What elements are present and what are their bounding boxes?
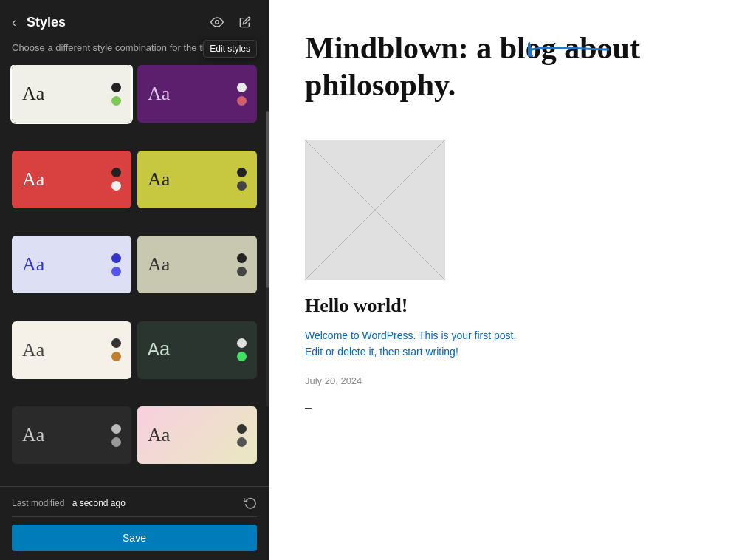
history-icon	[244, 496, 257, 509]
dot-dark	[237, 253, 247, 263]
dot-dark	[237, 83, 247, 92]
style-card-4-label: Aa	[148, 168, 230, 191]
post-title: Hello world!	[305, 295, 721, 317]
last-modified-label: Last modified	[12, 498, 64, 508]
sidebar-title: Styles	[27, 15, 199, 30]
style-card-5-dots	[111, 253, 121, 276]
style-card-2-dots	[237, 83, 247, 106]
save-button[interactable]: Save	[12, 525, 257, 551]
style-card-3-label: Aa	[22, 168, 104, 191]
style-card-3[interactable]: Aa	[12, 151, 131, 208]
header-icons	[205, 10, 257, 34]
style-card-2[interactable]: Aa	[137, 65, 257, 123]
style-card-8-dots	[237, 338, 247, 361]
post-dash: –	[305, 401, 721, 414]
edit-styles-button[interactable]	[233, 10, 257, 34]
last-modified-info: Last modified a second ago	[12, 496, 126, 509]
style-card-7-label: Aa	[22, 339, 104, 361]
back-button[interactable]: ‹	[7, 12, 21, 33]
dot-dark	[111, 424, 121, 434]
style-card-4-dots	[237, 168, 247, 191]
blog-title: Mindblown: a blog about philosophy.	[305, 30, 721, 104]
dot-dark	[111, 168, 121, 177]
dot-accent	[111, 96, 121, 106]
dot-accent	[237, 181, 247, 191]
sidebar-header: ‹ Styles Edit styles	[0, 0, 269, 41]
dot-accent	[237, 96, 247, 106]
style-card-10-dots	[237, 424, 247, 447]
style-card-2-label: Aa	[148, 83, 230, 105]
style-card-9-label: Aa	[22, 424, 104, 446]
dot-accent	[111, 437, 121, 447]
styles-sidebar: ‹ Styles Edit styles Choose a different …	[0, 0, 269, 560]
footer-divider	[12, 516, 257, 517]
sidebar-footer: Last modified a second ago Save	[0, 486, 269, 560]
content-area: Mindblown: a blog about philosophy. Hell…	[269, 0, 756, 560]
style-card-10-label: Aa	[148, 424, 230, 446]
dot-accent	[111, 181, 121, 191]
dot-dark	[237, 168, 247, 177]
svg-point-0	[216, 21, 219, 24]
dot-accent	[111, 267, 121, 276]
scroll-indicator	[266, 111, 269, 406]
style-card-7-dots	[111, 338, 121, 361]
post-date: July 20, 2024	[305, 375, 721, 386]
preview-icon-button[interactable]	[205, 10, 229, 34]
dot-dark	[237, 424, 247, 434]
style-card-10[interactable]: Aa	[137, 406, 257, 464]
scroll-thumb	[266, 111, 269, 288]
style-card-8-label: Aa	[148, 339, 230, 361]
last-modified-row: Last modified a second ago	[12, 496, 257, 509]
style-card-3-dots	[111, 168, 121, 191]
dot-dark	[237, 338, 247, 348]
style-card-1-label: Aa	[22, 83, 104, 105]
edit-styles-tooltip: Edit styles	[203, 40, 257, 58]
dot-dark	[111, 338, 121, 348]
style-card-6-dots	[237, 253, 247, 276]
post-excerpt: Welcome to WordPress. This is your first…	[305, 327, 526, 361]
style-card-1[interactable]: Aa	[12, 65, 131, 123]
styles-grid: Aa Aa Aa Aa	[0, 65, 269, 486]
dot-dark	[111, 253, 121, 263]
post-image-placeholder	[305, 140, 445, 280]
style-card-1-dots	[111, 83, 121, 106]
style-card-5[interactable]: Aa	[12, 236, 131, 293]
style-card-5-label: Aa	[22, 253, 104, 276]
dot-accent	[237, 352, 247, 361]
history-button[interactable]	[244, 496, 257, 509]
eye-icon	[210, 16, 224, 29]
dot-dark	[111, 83, 121, 92]
style-card-9[interactable]: Aa	[12, 406, 131, 464]
dot-accent	[237, 267, 247, 276]
style-card-6-label: Aa	[148, 253, 230, 276]
style-card-4[interactable]: Aa	[137, 151, 257, 208]
last-modified-time: a second ago	[72, 498, 126, 508]
style-card-8[interactable]: Aa	[137, 321, 257, 379]
dot-accent	[237, 437, 247, 447]
dot-accent	[111, 352, 121, 361]
style-card-7[interactable]: Aa	[12, 321, 131, 379]
style-card-9-dots	[111, 424, 121, 447]
pencil-icon	[239, 16, 251, 28]
style-card-6[interactable]: Aa	[137, 236, 257, 293]
